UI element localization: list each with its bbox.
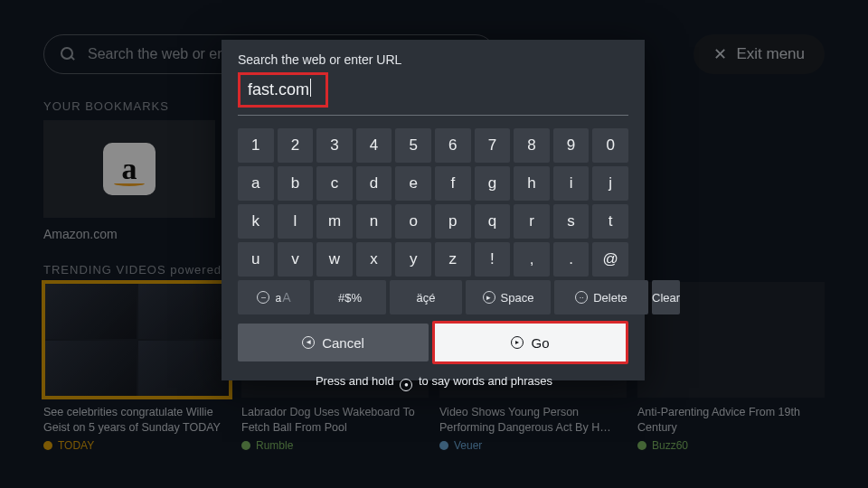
key-s[interactable]: s xyxy=(553,204,590,239)
key-i[interactable]: i xyxy=(553,166,590,201)
bookmark-label: Amazon.com xyxy=(43,227,215,241)
key-g[interactable]: g xyxy=(475,166,511,201)
key-l[interactable]: l xyxy=(278,204,314,239)
key-@[interactable]: @ xyxy=(592,242,628,277)
bookmark-card[interactable]: a Amazon.com xyxy=(43,120,215,241)
video-title: Video Shows Young Person Performing Dang… xyxy=(439,405,627,436)
key-9[interactable]: 9 xyxy=(553,128,590,163)
key-u[interactable]: u xyxy=(238,242,274,277)
key-5[interactable]: 5 xyxy=(395,128,431,163)
key-d[interactable]: d xyxy=(356,166,392,201)
key-w[interactable]: w xyxy=(316,242,353,277)
onscreen-keyboard-modal: Search the web or enter URL fast.com 123… xyxy=(222,40,645,380)
key-p[interactable]: p xyxy=(435,204,471,239)
key-o[interactable]: o xyxy=(395,204,431,239)
key-,[interactable]: , xyxy=(514,242,550,277)
clear-key[interactable]: Clear xyxy=(652,280,680,314)
play-pause-icon: ▸ xyxy=(511,336,524,349)
key-n[interactable]: n xyxy=(356,204,392,239)
key-6[interactable]: 6 xyxy=(435,128,471,163)
symbols-key[interactable]: #$% xyxy=(314,280,386,314)
key-v[interactable]: v xyxy=(278,242,314,277)
search-icon xyxy=(61,47,75,61)
key-b[interactable]: b xyxy=(278,166,314,201)
key-c[interactable]: c xyxy=(316,166,353,201)
video-source: Rumble xyxy=(241,439,429,452)
url-input-highlight: fast.com xyxy=(238,72,328,108)
video-title: Anti-Parenting Advice From 19th Century xyxy=(637,405,825,436)
key-.[interactable]: . xyxy=(553,242,590,277)
key-4[interactable]: 4 xyxy=(356,128,392,163)
back-icon: ◄ xyxy=(302,336,315,349)
accents-key[interactable]: äçé xyxy=(390,280,462,314)
source-icon xyxy=(637,441,646,450)
amazon-logo: a xyxy=(103,143,156,195)
key-8[interactable]: 8 xyxy=(514,128,550,163)
key-z[interactable]: z xyxy=(435,242,471,277)
video-card[interactable]: See celebrities congratulate Willie Geis… xyxy=(43,282,231,452)
url-input-row[interactable]: fast.com xyxy=(238,72,628,116)
key-r[interactable]: r xyxy=(514,204,550,239)
video-title: Labrador Dog Uses Wakeboard To Fetch Bal… xyxy=(241,405,429,436)
case-key[interactable]: – aA xyxy=(238,280,310,314)
key-f[interactable]: f xyxy=(435,166,471,201)
key-y[interactable]: y xyxy=(395,242,431,277)
delete-key[interactable]: ·· Delete xyxy=(554,280,648,314)
key-h[interactable]: h xyxy=(514,166,550,201)
key-![interactable]: ! xyxy=(475,242,511,277)
key-1[interactable]: 1 xyxy=(238,128,274,163)
circle-icon: – xyxy=(257,291,269,304)
key-e[interactable]: e xyxy=(395,166,431,201)
modal-title: Search the web or enter URL xyxy=(238,52,628,67)
source-icon xyxy=(43,441,52,450)
exit-label: Exit menu xyxy=(736,45,805,63)
url-input-value: fast.com xyxy=(248,80,309,99)
video-title: See celebrities congratulate Willie Geis… xyxy=(43,405,231,436)
key-m[interactable]: m xyxy=(316,204,353,239)
mic-icon: ● xyxy=(400,379,412,391)
space-key[interactable]: ▸ Space xyxy=(466,280,551,314)
key-2[interactable]: 2 xyxy=(278,128,314,163)
key-q[interactable]: q xyxy=(475,204,511,239)
video-source: Veuer xyxy=(439,439,627,452)
circle-icon: ▸ xyxy=(483,291,495,304)
key-3[interactable]: 3 xyxy=(316,128,353,163)
key-a[interactable]: a xyxy=(238,166,274,201)
voice-hint: Press and hold ● to say words and phrase… xyxy=(0,374,868,391)
bookmark-thumb: a xyxy=(43,120,215,218)
key-t[interactable]: t xyxy=(592,204,628,239)
key-x[interactable]: x xyxy=(356,242,392,277)
go-button[interactable]: ▸ Go xyxy=(432,321,628,364)
key-7[interactable]: 7 xyxy=(475,128,511,163)
key-grid: 1234567890abcdefghijklmnopqrstuvwxyz!,.@ xyxy=(238,128,628,277)
key-j[interactable]: j xyxy=(592,166,628,201)
close-icon: ✕ xyxy=(713,46,727,62)
key-k[interactable]: k xyxy=(238,204,274,239)
key-0[interactable]: 0 xyxy=(592,128,628,163)
cancel-button[interactable]: ◄ Cancel xyxy=(238,324,429,361)
video-source: TODAY xyxy=(43,439,231,452)
action-row: ◄ Cancel ▸ Go xyxy=(238,324,628,364)
function-row: – aA #$% äçé ▸ Space ·· Delete Clear xyxy=(238,280,628,314)
source-icon xyxy=(241,441,250,450)
text-cursor xyxy=(310,79,311,97)
exit-menu-button[interactable]: ✕ Exit menu xyxy=(693,34,825,74)
source-icon xyxy=(439,441,448,450)
video-source: Buzz60 xyxy=(637,439,825,452)
circle-icon: ·· xyxy=(575,291,588,304)
